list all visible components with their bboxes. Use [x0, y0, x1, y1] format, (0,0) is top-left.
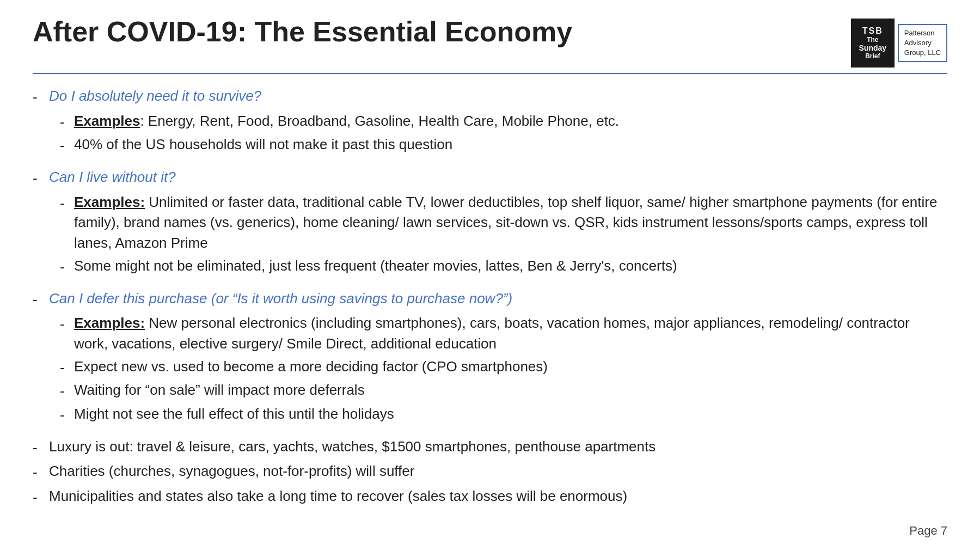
section-4: - Luxury is out: travel & leisure, cars,… [33, 437, 947, 508]
examples-label2: Examples: [74, 194, 145, 210]
section3-sub4: - Might not see the full effect of this … [60, 404, 947, 426]
dash-4a: - [33, 438, 44, 458]
section2-main-bullet: - Can I live without it? [33, 167, 947, 189]
section3-sub-bullets: - Examples: New personal electronics (in… [60, 313, 947, 425]
section4-text2: Charities (churches, synagogues, not-for… [49, 461, 414, 482]
section3-text4: Might not see the full effect of this un… [74, 404, 394, 425]
section4-bullet3: - Municipalities and states also take a … [33, 486, 947, 508]
section2-heading: Can I live without it? [49, 167, 176, 188]
sub-dash: - [60, 112, 69, 133]
section1-sub2: - 40% of the US households will not make… [60, 134, 947, 156]
section2-examples: Examples: Unlimited or faster data, trad… [74, 192, 947, 254]
sub-dash: - [60, 405, 69, 426]
section3-main-bullet: - Can I defer this purchase (or “Is it w… [33, 289, 947, 310]
section2-sub-bullets: - Examples: Unlimited or faster data, tr… [60, 192, 947, 278]
section3-text3: Waiting for “on sale” will impact more d… [74, 380, 365, 401]
slide-header: After COVID-19: The Essential Economy TS… [33, 16, 947, 68]
tsb-the: The [867, 36, 878, 44]
pag-line1: Patterson [904, 29, 935, 37]
section2-sub1: - Examples: Unlimited or faster data, tr… [60, 192, 947, 254]
section3-sub3: - Waiting for “on sale” will impact more… [60, 380, 947, 402]
pag-logo: Patterson Advisory Group, LLC [898, 24, 947, 63]
sub-dash: - [60, 358, 69, 378]
sub-dash: - [60, 257, 69, 278]
header-divider [33, 73, 947, 74]
section-1: - Do I absolutely need it to survive? - … [33, 86, 947, 156]
sub-dash: - [60, 193, 69, 214]
section4-bullet2: - Charities (churches, synagogues, not-f… [33, 461, 947, 483]
section3-sub2: - Expect new vs. used to become a more d… [60, 357, 947, 378]
pag-line3: Group, LLC [904, 48, 941, 57]
slide-container: After COVID-19: The Essential Economy TS… [0, 0, 980, 551]
section1-heading: Do I absolutely need it to survive? [49, 86, 261, 107]
section4-text1: Luxury is out: travel & leisure, cars, y… [49, 437, 656, 457]
section1-main-bullet: - Do I absolutely need it to survive? [33, 86, 947, 108]
section-2: - Can I live without it? - Examples: Unl… [33, 167, 947, 277]
tsb-logo: TSB The Sunday Brief [851, 19, 895, 68]
section3-sub1: - Examples: New personal electronics (in… [60, 313, 947, 354]
page-number: Page 7 [909, 524, 947, 538]
dash-4b: - [33, 462, 44, 483]
tsb-text: TSB [862, 26, 883, 36]
slide-title: After COVID-19: The Essential Economy [33, 16, 572, 47]
tsb-brief: Brief [865, 52, 880, 60]
section1-sub1: - Examples: Energy, Rent, Food, Broadban… [60, 111, 947, 133]
dash-2: - [33, 168, 44, 189]
section1-sub-bullets: - Examples: Energy, Rent, Food, Broadban… [60, 111, 947, 156]
section3-text2: Expect new vs. used to become a more dec… [74, 357, 548, 377]
section3-examples: Examples: New personal electronics (incl… [74, 313, 947, 354]
section2-sub2: - Some might not be eliminated, just les… [60, 256, 947, 278]
examples-label3: Examples: [74, 315, 145, 331]
examples-label: Examples [74, 113, 140, 129]
sub-dash: - [60, 314, 69, 335]
section1-text2: 40% of the US households will not make i… [74, 134, 452, 155]
section3-heading: Can I defer this purchase (or “Is it wor… [49, 289, 512, 309]
tsb-sunday: Sunday [859, 44, 887, 52]
logo-area: TSB The Sunday Brief Patterson Advisory … [851, 19, 947, 68]
dash-3: - [33, 290, 44, 310]
section1-examples: Examples: Energy, Rent, Food, Broadband,… [74, 111, 619, 132]
section-3: - Can I defer this purchase (or “Is it w… [33, 289, 947, 426]
pag-line2: Advisory [904, 39, 932, 47]
sub-dash: - [60, 136, 69, 156]
section4-text3: Municipalities and states also take a lo… [49, 486, 627, 507]
dash-1: - [33, 87, 44, 108]
dash-4c: - [33, 487, 44, 508]
sub-dash: - [60, 381, 69, 402]
content-area: - Do I absolutely need it to survive? - … [33, 86, 947, 508]
section4-bullet1: - Luxury is out: travel & leisure, cars,… [33, 437, 947, 458]
section2-text2: Some might not be eliminated, just less … [74, 256, 677, 277]
